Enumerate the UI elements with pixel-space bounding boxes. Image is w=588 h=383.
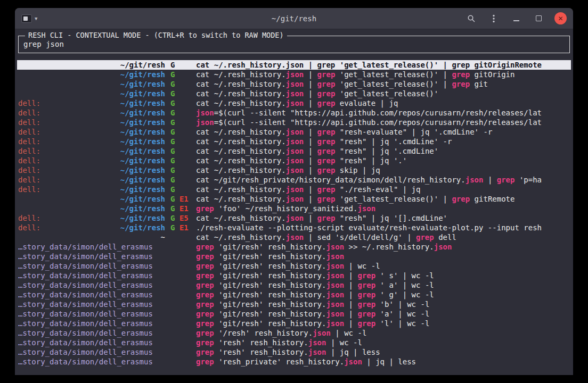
- history-row[interactable]: …story_data/simon/dell_erasmusgrep '/res…: [17, 328, 571, 338]
- location-columns: …story_data/simon/dell_erasmus: [18, 338, 165, 347]
- history-row[interactable]: dell:~/git/reshGcat ~/.resh_history.json…: [17, 127, 571, 137]
- match-highlight: grep: [497, 176, 515, 184]
- exit-code-flag: E1: [179, 204, 189, 213]
- command-text: grep 'git/resh' resh_history.json | grep…: [196, 271, 571, 280]
- status-flags: G E1: [165, 194, 196, 204]
- command-text: json=$(curl --silent "https://api.github…: [196, 118, 571, 127]
- command-text: cat ~/git/resh_private/history_data/simo…: [196, 175, 571, 185]
- minimize-button[interactable]: [510, 12, 522, 25]
- location-columns: …story_data/simon/dell_erasmus: [18, 242, 165, 252]
- match-highlight: grep: [317, 89, 336, 98]
- history-row[interactable]: dell:~/git/reshGcat ~/.resh_history.json…: [17, 185, 571, 194]
- host-label: dell:: [18, 223, 40, 232]
- match-highlight: json: [196, 109, 214, 117]
- command-text: grep 'git/resh' resh_history.json | grep…: [196, 280, 571, 290]
- history-row[interactable]: …story_data/simon/dell_erasmusgrep 'resh…: [17, 347, 571, 357]
- history-row[interactable]: ~/git/reshG E1cat ~/.resh_history.json |…: [17, 194, 571, 204]
- match-highlight: grep: [452, 70, 470, 79]
- history-row[interactable]: …story_data/simon/dell_erasmusgrep 'resh…: [17, 338, 571, 347]
- match-highlight: json: [286, 70, 304, 79]
- location-columns: …story_data/simon/dell_erasmus: [18, 299, 165, 309]
- status-flags: [165, 232, 196, 242]
- match-highlight: json: [196, 118, 214, 127]
- match-highlight: grep: [317, 99, 336, 107]
- match-highlight: json: [286, 147, 304, 155]
- git-flag: G: [170, 195, 175, 203]
- directory-label: ~/git/resh: [120, 165, 165, 175]
- directory-label: ~/git/resh: [120, 213, 165, 223]
- history-row[interactable]: …story_data/simon/dell_erasmusgrep 'git/…: [17, 299, 571, 309]
- history-row[interactable]: …story_data/simon/dell_erasmusgrep 'git/…: [17, 309, 571, 319]
- directory-label: ~/git/resh: [120, 79, 165, 89]
- history-row[interactable]: …story_data/simon/dell_erasmusgrep 'resh…: [17, 357, 571, 367]
- status-flags: G: [165, 79, 196, 89]
- restore-button[interactable]: [532, 12, 545, 25]
- command-text: cat ~/.resh_history.json | grep 'get_lat…: [196, 79, 571, 89]
- location-columns: …story_data/simon/dell_erasmus: [18, 309, 165, 319]
- match-highlight: json: [286, 99, 304, 107]
- history-row[interactable]: dell:~/git/reshGcat ~/.resh_history.json…: [17, 146, 571, 156]
- history-row[interactable]: …story_data/simon/dell_erasmusgrep 'git/…: [17, 290, 571, 299]
- location-columns: ~/git/resh: [18, 194, 165, 204]
- command-text: grep 'git/resh' resh_history.json | grep…: [196, 319, 571, 328]
- history-row[interactable]: ~/git/reshGcat ~/.resh_history.json | gr…: [17, 70, 571, 79]
- git-flag: G: [170, 109, 175, 117]
- history-row[interactable]: …story_data/simon/dell_erasmusgrep 'git/…: [17, 280, 571, 290]
- directory-label: ~/git/resh: [120, 89, 165, 98]
- history-row[interactable]: …story_data/simon/dell_erasmusgrep 'git/…: [17, 319, 571, 328]
- history-row[interactable]: ~/git/reshGcat ~/.resh_history.json | gr…: [17, 60, 571, 70]
- status-flags: [165, 338, 196, 347]
- history-row[interactable]: dell:~/git/reshGcat ~/.resh_history.json…: [17, 137, 571, 146]
- history-row[interactable]: …story_data/simon/dell_erasmusgrep 'git/…: [17, 261, 571, 271]
- close-button[interactable]: ✕: [554, 12, 567, 24]
- search-query-input[interactable]: grep json: [23, 40, 565, 48]
- status-flags: [165, 319, 196, 328]
- host-label: …story_data/simon/dell_erasmus: [18, 309, 153, 319]
- history-row[interactable]: ~/git/reshGcat ~/.resh_history.json | gr…: [17, 89, 571, 98]
- history-row[interactable]: dell:~/git/reshGcat ~/.resh_history.json…: [17, 98, 571, 108]
- history-row[interactable]: …story_data/simon/dell_erasmusgrep 'git/…: [17, 252, 571, 261]
- match-highlight: grep: [317, 70, 336, 79]
- history-row[interactable]: dell:~/git/reshGcat ~/.resh_history.json…: [17, 165, 571, 175]
- location-columns: …story_data/simon/dell_erasmus: [18, 328, 165, 338]
- match-highlight: grep: [452, 80, 470, 88]
- tab-indicator-icon[interactable]: [21, 14, 32, 23]
- history-row[interactable]: dell:~/git/reshG E5cat ~/.resh_history.j…: [17, 213, 571, 223]
- history-row[interactable]: ~cat ~/.resh_history.json | sed 's/dell/…: [17, 232, 571, 242]
- git-flag: G: [170, 204, 175, 213]
- chevron-down-icon[interactable]: ▼: [35, 16, 37, 21]
- resh-query-box[interactable]: RESH CLI - CONTEXTUAL MODE - (CTRL+R to …: [18, 36, 570, 53]
- git-flag: G: [170, 128, 175, 136]
- match-highlight: grep: [196, 329, 214, 337]
- terminal-window: ▼ ~/git/resh ✕ RESH CLI: [15, 8, 573, 375]
- history-row[interactable]: dell:~/git/reshGcat ~/.resh_history.json…: [17, 156, 571, 165]
- match-highlight: grep: [196, 281, 214, 289]
- directory-label: ~/git/resh: [120, 223, 165, 232]
- match-highlight: grep: [196, 319, 214, 328]
- menu-kebab-icon[interactable]: [487, 12, 500, 25]
- history-row[interactable]: dell:~/git/reshGcat ~/git/resh_private/h…: [17, 175, 571, 185]
- history-row[interactable]: …story_data/simon/dell_erasmusgrep 'git/…: [17, 271, 571, 280]
- history-row[interactable]: ~/git/reshG E1grep 'foo' ~/resh_history_…: [17, 204, 571, 213]
- status-flags: G: [165, 118, 196, 127]
- status-flags: [165, 299, 196, 309]
- git-flag: G: [170, 80, 175, 88]
- history-row[interactable]: dell:~/git/reshG E1./resh-evaluate --plo…: [17, 223, 571, 232]
- host-label: dell:: [18, 137, 40, 146]
- history-row[interactable]: dell:~/git/reshGjson=$(curl --silent "ht…: [17, 118, 571, 127]
- history-row[interactable]: ~/git/reshGcat ~/.resh_history.json | gr…: [17, 79, 571, 89]
- match-highlight: grep: [357, 319, 375, 328]
- match-highlight: grep: [357, 271, 375, 280]
- host-label: …story_data/simon/dell_erasmus: [18, 280, 153, 290]
- location-columns: …story_data/simon/dell_erasmus: [18, 271, 165, 280]
- match-highlight: json: [286, 195, 304, 203]
- history-list: ~/git/reshGcat ~/.resh_history.json | gr…: [17, 60, 571, 367]
- search-icon[interactable]: [465, 12, 478, 25]
- match-highlight: grep: [317, 128, 336, 136]
- history-row[interactable]: dell:~/git/reshGjson=$(curl --silent "ht…: [17, 108, 571, 118]
- history-row[interactable]: …story_data/simon/dell_erasmusgrep 'git/…: [17, 242, 571, 252]
- git-flag: G: [170, 61, 175, 69]
- terminal-content: RESH CLI - CONTEXTUAL MODE - (CTRL+R to …: [15, 29, 573, 367]
- status-flags: G E1: [165, 204, 196, 213]
- match-highlight: grep: [357, 281, 375, 289]
